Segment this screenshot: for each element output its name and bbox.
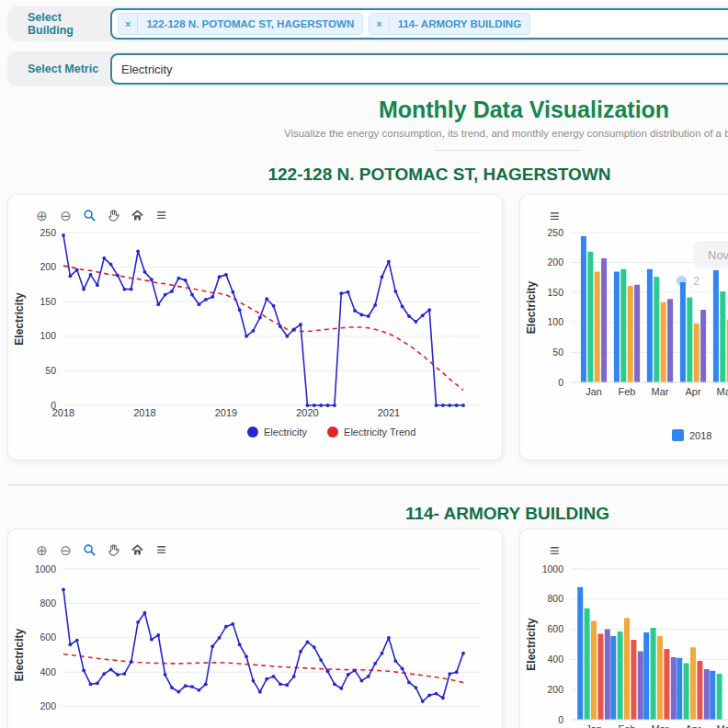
building-1-line-plot[interactable]: 050100150200250Electricity20182018201920…	[8, 224, 502, 421]
building-2-line-plot[interactable]: 2004006008001000Electricity	[8, 559, 502, 728]
hover-tooltip-month: Nov	[708, 248, 728, 262]
svg-text:200: 200	[40, 261, 56, 272]
menu-icon[interactable]: ≡	[550, 544, 560, 557]
pan-icon[interactable]	[106, 208, 121, 223]
svg-text:150: 150	[547, 287, 563, 298]
svg-text:2019: 2019	[215, 407, 237, 418]
box-zoom-icon[interactable]	[82, 208, 97, 223]
building-2-bar-chart-card: ≡ 02004006008001000ElectricityJanFebMarA…	[519, 529, 728, 728]
metric-select[interactable]: Electricity	[110, 53, 728, 85]
building-2-bar-plot[interactable]: 02004006008001000ElectricityJanFebMarApr…	[520, 559, 728, 728]
header-divider	[434, 150, 581, 151]
svg-text:600: 600	[547, 623, 563, 634]
metric-filter-label: Select Metric	[28, 63, 110, 75]
svg-text:2020: 2020	[296, 407, 318, 418]
svg-text:May: May	[717, 386, 728, 397]
svg-text:150: 150	[40, 296, 56, 307]
svg-text:Jan: Jan	[586, 723, 602, 728]
svg-text:50: 50	[45, 365, 56, 376]
hover-tooltip-series: 2	[677, 274, 700, 288]
svg-text:2021: 2021	[378, 407, 400, 418]
svg-text:200: 200	[547, 684, 563, 695]
legend-item-electricity-trend[interactable]: Electricity Trend	[327, 427, 415, 438]
y-axis-label: Electricity	[13, 628, 26, 681]
svg-text:250: 250	[40, 227, 56, 238]
zoom-out-icon[interactable]: ⊖	[58, 208, 74, 223]
legend-item-2018[interactable]: 2018	[672, 429, 711, 441]
metric-filter-row: Select Metric Electricity	[7, 51, 728, 86]
legend-label: Electricity	[264, 427, 307, 438]
building-filter-row: Select Building ×122-128 N. POTOMAC ST, …	[7, 6, 728, 41]
home-icon[interactable]	[130, 542, 145, 558]
section-divider	[7, 484, 728, 485]
legend-swatch	[672, 429, 684, 441]
zoom-out-icon[interactable]: ⊖	[58, 542, 74, 558]
metric-selected-value: Electricity	[118, 63, 173, 76]
y-axis-label: Electricity	[525, 280, 538, 334]
menu-icon[interactable]: ≡	[550, 210, 560, 222]
svg-text:0: 0	[558, 377, 563, 388]
building-2-title: 114- ARMORY BUILDING	[0, 504, 728, 524]
svg-text:200: 200	[547, 256, 563, 267]
svg-text:0: 0	[558, 714, 563, 725]
svg-text:400: 400	[40, 666, 56, 677]
svg-text:Apr: Apr	[685, 386, 700, 397]
building-chip[interactable]: ×114- ARMORY BUILDING	[369, 13, 530, 35]
building-1-line-chart-card: ⊕⊖≡ 050100150200250Electricity2018201820…	[7, 194, 503, 461]
bar-chart-legend: 2018201920202021	[672, 429, 728, 441]
plot-toolbar: ⊕⊖≡	[34, 542, 169, 558]
svg-text:2018: 2018	[133, 407, 155, 418]
building-chip-label: 122-128 N. POTOMAC ST, HAGERSTOWN	[138, 18, 362, 29]
building-multiselect[interactable]: ×122-128 N. POTOMAC ST, HAGERSTOWN×114- …	[110, 8, 728, 40]
box-zoom-icon[interactable]	[82, 542, 97, 558]
svg-text:2018: 2018	[52, 407, 74, 418]
y-axis-label: Electricity	[13, 292, 26, 346]
building-chip[interactable]: ×122-128 N. POTOMAC ST, HAGERSTOWN	[118, 13, 363, 35]
hover-tooltip-value: 2	[693, 274, 700, 288]
legend-swatch	[327, 427, 338, 438]
building-filter-label: Select Building	[28, 11, 110, 37]
svg-text:Mar: Mar	[652, 386, 669, 397]
svg-text:100: 100	[547, 316, 563, 327]
svg-text:1000: 1000	[542, 563, 564, 574]
svg-text:100: 100	[40, 330, 56, 341]
svg-text:1000: 1000	[35, 563, 57, 574]
svg-text:Feb: Feb	[619, 386, 636, 397]
legend-swatch	[247, 427, 258, 438]
svg-text:400: 400	[547, 654, 563, 665]
menu-icon[interactable]: ≡	[154, 542, 169, 558]
pan-icon[interactable]	[106, 542, 121, 558]
building-1-title: 122-128 N. POTOMAC ST, HAGERSTOWN	[0, 165, 728, 185]
chip-remove-icon[interactable]: ×	[119, 14, 138, 34]
zoom-in-icon[interactable]: ⊕	[34, 542, 50, 558]
chip-remove-icon[interactable]: ×	[370, 14, 389, 34]
plot-toolbar: ⊕⊖≡	[34, 208, 169, 223]
svg-text:800: 800	[547, 593, 563, 604]
svg-text:600: 600	[40, 631, 56, 643]
hover-tooltip: Nov	[693, 241, 728, 268]
svg-text:Jan: Jan	[586, 386, 602, 397]
menu-icon[interactable]: ≡	[154, 208, 169, 223]
svg-text:Mar: Mar	[652, 723, 669, 728]
home-icon[interactable]	[130, 208, 145, 223]
zoom-in-icon[interactable]: ⊕	[34, 208, 50, 223]
svg-text:200: 200	[40, 700, 56, 711]
svg-text:250: 250	[547, 227, 563, 238]
building-1-bar-chart-card: ≡ 050100150200250ElectricityJanFebMarApr…	[519, 194, 728, 461]
building-2-line-chart-card: ⊕⊖≡ 2004006008001000Electricity Electric…	[7, 529, 503, 728]
building-chip-label: 114- ARMORY BUILDING	[390, 18, 529, 29]
svg-text:Apr: Apr	[685, 723, 700, 728]
svg-text:May: May	[717, 723, 728, 728]
svg-text:50: 50	[552, 347, 563, 358]
y-axis-label: Electricity	[525, 618, 538, 671]
line-chart-legend: ElectricityElectricity Trend	[247, 427, 415, 438]
app-root: Select Building ×122-128 N. POTOMAC ST, …	[0, 0, 728, 728]
hover-tooltip-dot	[677, 276, 687, 286]
page-title: Monthly Data Visualization	[0, 97, 728, 123]
legend-label: Electricity Trend	[344, 427, 415, 438]
legend-item-electricity[interactable]: Electricity	[247, 427, 307, 438]
svg-text:800: 800	[40, 597, 56, 609]
page-subtitle: Visualize the energy consumption, its tr…	[0, 128, 728, 139]
legend-label: 2018	[689, 430, 711, 441]
svg-text:Feb: Feb	[619, 723, 636, 728]
